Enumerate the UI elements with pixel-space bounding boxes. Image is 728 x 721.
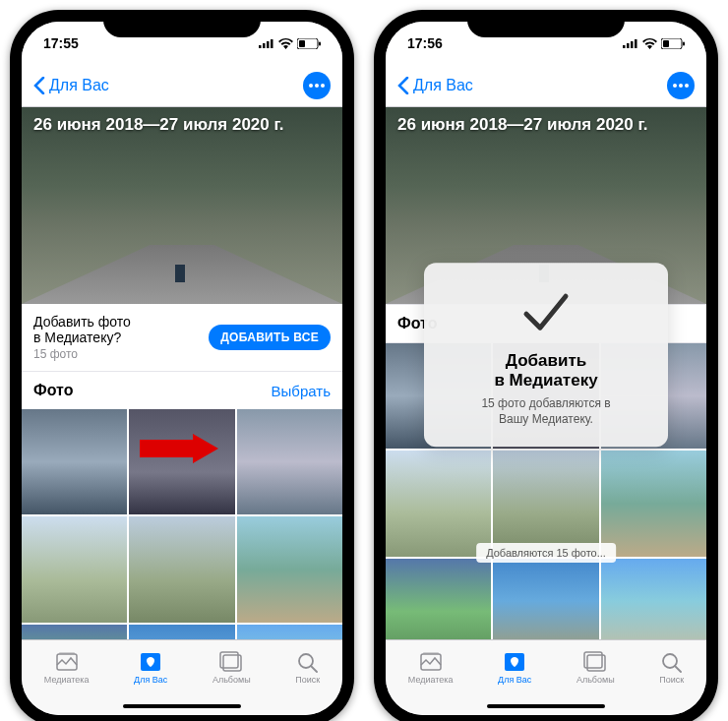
- search-icon: [296, 651, 320, 673]
- svg-line-33: [675, 666, 681, 672]
- tab-bar: Медиатека Для Вас Альбомы Поиск: [22, 639, 342, 697]
- checkmark-icon: [516, 282, 576, 341]
- svg-rect-6: [319, 41, 321, 45]
- svg-rect-0: [259, 45, 262, 48]
- back-label: Для Вас: [49, 77, 109, 94]
- tab-bar: Медиатека Для Вас Альбомы Поиск: [386, 639, 706, 697]
- svg-point-8: [315, 84, 319, 88]
- svg-rect-1: [263, 43, 266, 48]
- back-button[interactable]: Для Вас: [33, 77, 109, 94]
- svg-rect-18: [627, 43, 630, 48]
- notch: [103, 10, 261, 37]
- more-button[interactable]: [667, 72, 695, 99]
- photo-thumbnail[interactable]: [129, 516, 234, 622]
- confirmation-modal: Добавитьв Медиатеку 15 фото добавляются …: [424, 263, 668, 448]
- back-label: Для Вас: [413, 77, 473, 94]
- photo-thumbnail[interactable]: [386, 451, 491, 556]
- svg-point-24: [673, 84, 677, 88]
- svg-rect-17: [623, 45, 626, 48]
- modal-sub-2: Вашу Медиатеку.: [499, 412, 593, 426]
- photo-thumbnail[interactable]: [22, 409, 127, 514]
- photo-thumbnail[interactable]: [601, 451, 706, 556]
- tab-label: Медиатека: [44, 675, 90, 685]
- status-indicators: [259, 38, 321, 49]
- chevron-left-icon: [397, 77, 409, 94]
- svg-rect-28: [423, 652, 439, 654]
- tab-foryou[interactable]: Для Вас: [498, 651, 531, 685]
- tab-label: Альбомы: [576, 675, 615, 685]
- home-indicator[interactable]: [386, 697, 706, 715]
- svg-rect-11: [59, 652, 75, 654]
- svg-rect-20: [635, 39, 637, 48]
- battery-icon: [297, 38, 321, 49]
- svg-rect-19: [631, 41, 634, 48]
- svg-rect-22: [663, 40, 669, 47]
- photo-thumbnail[interactable]: [237, 625, 342, 639]
- tab-search[interactable]: Поиск: [295, 651, 320, 685]
- modal-title-1: Добавить: [506, 351, 586, 370]
- tab-library[interactable]: Медиатека: [44, 651, 90, 685]
- modal-sub-1: 15 фото добавляются в: [481, 397, 610, 411]
- svg-point-7: [309, 84, 313, 88]
- tab-label: Поиск: [295, 675, 320, 685]
- home-indicator[interactable]: [22, 697, 342, 715]
- prompt-line2: в Медиатеку?: [33, 330, 121, 345]
- tab-albums[interactable]: Альбомы: [212, 651, 251, 685]
- section-title: Фото: [33, 382, 73, 399]
- notch: [467, 10, 625, 37]
- battery-icon: [661, 38, 685, 49]
- tab-library[interactable]: Медиатека: [408, 651, 454, 685]
- more-button[interactable]: [303, 72, 331, 99]
- back-button[interactable]: Для Вас: [397, 77, 473, 94]
- add-prompt-row: Добавить фотов Медиатеку? 15 фото ДОБАВИ…: [22, 304, 342, 371]
- status-time: 17:55: [43, 35, 79, 51]
- annotation-arrow: [140, 434, 218, 463]
- nav-bar: Для Вас: [22, 65, 342, 107]
- tab-label: Альбомы: [212, 675, 251, 685]
- wifi-icon: [642, 38, 657, 49]
- prompt-text-block: Добавить фотов Медиатеку? 15 фото: [33, 314, 131, 361]
- photo-thumbnail[interactable]: [493, 451, 598, 556]
- svg-rect-2: [267, 41, 270, 48]
- add-all-button[interactable]: ДОБАВИТЬ ВСЕ: [209, 325, 331, 350]
- tab-foryou[interactable]: Для Вас: [134, 651, 167, 685]
- photo-thumbnail[interactable]: [237, 516, 342, 622]
- select-button[interactable]: Выбрать: [272, 383, 331, 399]
- photo-thumbnail[interactable]: [237, 409, 342, 514]
- signal-icon: [259, 38, 274, 48]
- nav-bar: Для Вас: [386, 65, 706, 107]
- svg-rect-23: [683, 41, 685, 45]
- albums-icon: [583, 651, 607, 673]
- svg-rect-5: [299, 40, 305, 47]
- foryou-icon: [503, 651, 526, 673]
- photo-thumbnail[interactable]: [129, 625, 234, 639]
- tab-label: Для Вас: [134, 675, 167, 685]
- albums-icon: [219, 651, 243, 673]
- photo-thumbnail[interactable]: [386, 559, 491, 639]
- tab-search[interactable]: Поиск: [659, 651, 684, 685]
- content: 26 июня 2018—27 июля 2020 г. Добавить фо…: [22, 107, 342, 639]
- photo-thumbnail[interactable]: [22, 625, 127, 639]
- photo-thumbnail[interactable]: [601, 559, 706, 639]
- tab-albums[interactable]: Альбомы: [576, 651, 615, 685]
- modal-title-2: в Медиатеку: [494, 371, 597, 390]
- tab-label: Медиатека: [408, 675, 454, 685]
- tab-label: Поиск: [659, 675, 684, 685]
- search-icon: [660, 651, 684, 673]
- photo-thumbnail[interactable]: [493, 559, 598, 639]
- content: 26 июня 2018—27 июля 2020 г. Фото Добави…: [386, 107, 706, 639]
- wifi-icon: [278, 38, 293, 49]
- foryou-icon: [139, 651, 162, 673]
- prompt-sub: 15 фото: [33, 347, 131, 361]
- svg-point-25: [679, 84, 683, 88]
- photo-thumbnail[interactable]: [22, 516, 127, 622]
- progress-toast: Добавляются 15 фото...: [476, 543, 616, 563]
- library-icon: [419, 651, 443, 673]
- status-time: 17:56: [407, 35, 443, 51]
- signal-icon: [623, 38, 638, 48]
- hero-image[interactable]: 26 июня 2018—27 июля 2020 г.: [22, 107, 342, 304]
- svg-line-16: [311, 666, 317, 672]
- svg-point-26: [685, 84, 689, 88]
- svg-point-9: [321, 84, 325, 88]
- hero-title: 26 июня 2018—27 июля 2020 г.: [397, 115, 648, 135]
